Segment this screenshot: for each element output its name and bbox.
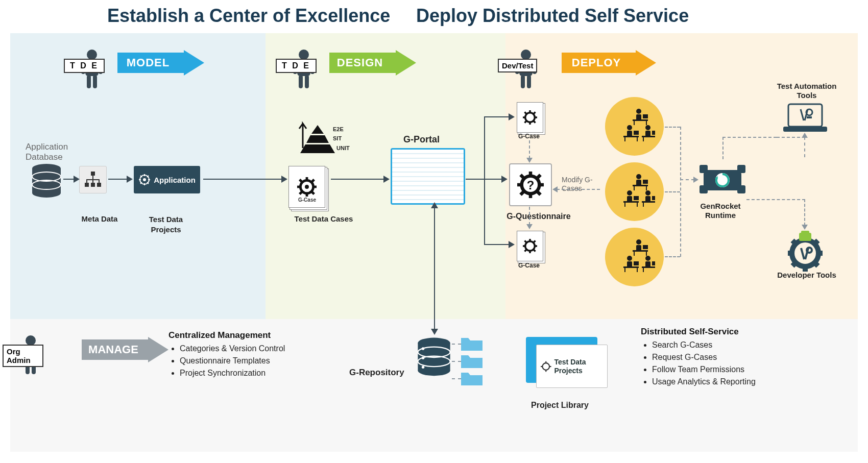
svg-rect-166 <box>801 231 809 234</box>
svg-point-18 <box>26 335 36 346</box>
label-developer-tools: Developer Tools <box>776 271 837 280</box>
label-meta-data: Meta Data <box>74 214 125 223</box>
svg-line-162 <box>814 262 818 266</box>
svg-marker-47 <box>311 125 324 134</box>
centralized-management-block: Centralized Management Categories & Vers… <box>168 330 327 379</box>
svg-point-121 <box>645 190 650 196</box>
stage-arrow-design: DESIGN <box>329 50 416 76</box>
svg-line-80 <box>525 250 527 252</box>
svg-rect-147 <box>737 165 745 173</box>
svg-rect-93 <box>633 119 648 121</box>
role-tag-tde: T D E <box>276 59 317 73</box>
svg-point-109 <box>636 174 641 179</box>
svg-point-103 <box>645 125 650 130</box>
svg-rect-129 <box>633 250 648 252</box>
test-pyramid-icon: E2E SIT UNIT <box>286 117 352 160</box>
self-service-item: Usage Analytics & Reporting <box>652 376 819 388</box>
team-desks-icon <box>614 238 655 279</box>
database-icon <box>31 163 62 201</box>
stage-label-model: MODEL <box>127 56 170 69</box>
svg-rect-149 <box>737 185 745 193</box>
svg-rect-119 <box>637 203 638 207</box>
svg-rect-10 <box>299 75 303 88</box>
genrocket-runtime-icon <box>700 161 745 200</box>
mgmt-item: Categories & Version Control <box>180 343 327 355</box>
title-establish-coe: Establish a Center of Excellence <box>107 5 390 27</box>
stage-label-design: DESIGN <box>337 56 383 69</box>
svg-line-68 <box>525 112 527 114</box>
svg-rect-33 <box>91 172 95 176</box>
title-deploy-self-service: Deploy Distributed Self Service <box>416 5 689 27</box>
svg-point-127 <box>636 239 641 245</box>
svg-rect-17 <box>527 75 531 88</box>
svg-rect-136 <box>624 268 625 272</box>
role-tag-tde: T D E <box>64 59 105 73</box>
svg-rect-94 <box>634 121 635 125</box>
label-test-automation-tools: Test Automation Tools <box>771 82 842 100</box>
svg-point-91 <box>636 109 641 114</box>
svg-point-176 <box>542 363 549 370</box>
svg-line-89 <box>521 191 524 195</box>
mgmt-item: Questionnaire Templates <box>180 355 327 367</box>
svg-rect-132 <box>643 245 648 249</box>
label-g-portal: G-Portal <box>403 134 440 145</box>
svg-point-72 <box>525 241 535 251</box>
team-desks-icon <box>614 107 655 148</box>
label-g-repository: G-Repository <box>349 368 404 378</box>
svg-rect-144 <box>652 261 655 265</box>
svg-point-12 <box>521 50 531 60</box>
team-circle <box>605 97 664 156</box>
label-modify-gcases: Modify G-Cases <box>562 176 597 193</box>
svg-line-70 <box>534 112 536 114</box>
svg-rect-137 <box>637 268 638 272</box>
svg-text:E2E: E2E <box>333 126 344 132</box>
svg-rect-131 <box>646 252 647 256</box>
mgmt-item: Project Synchronization <box>180 367 327 379</box>
project-library-card: Test Data Projects <box>526 337 608 388</box>
gear-icon <box>297 177 317 197</box>
svg-line-161 <box>792 240 796 244</box>
gear-question-icon: ? <box>517 172 544 198</box>
svg-rect-124 <box>643 203 644 207</box>
svg-rect-120 <box>634 196 639 200</box>
self-service-title: Distributed Self-Service <box>641 327 819 337</box>
svg-line-59 <box>312 192 315 194</box>
stage-arrow-deploy: DEPLOY <box>562 50 656 76</box>
svg-point-97 <box>627 125 632 130</box>
stage-arrow-model: MODEL <box>117 50 204 76</box>
svg-rect-118 <box>624 203 625 207</box>
svg-rect-102 <box>634 131 639 135</box>
test-automation-laptop-icon <box>781 102 830 137</box>
g-questionnaire-card: ? <box>509 163 552 206</box>
project-library-card-label: Test Data Projects <box>554 358 604 375</box>
svg-rect-11 <box>305 75 309 88</box>
svg-point-0 <box>87 50 97 60</box>
label-project-library: Project Library <box>531 401 589 410</box>
svg-point-139 <box>645 256 650 261</box>
svg-rect-138 <box>634 261 639 265</box>
application-card: Application <box>134 166 200 193</box>
svg-line-163 <box>814 240 818 244</box>
svg-rect-117 <box>623 201 639 203</box>
self-service-item: Request G-Cases <box>652 351 819 363</box>
svg-rect-101 <box>637 137 638 141</box>
svg-point-133 <box>627 256 632 261</box>
team-desks-icon <box>614 173 655 213</box>
person-devtest: Dev/Test <box>513 48 539 91</box>
svg-rect-165 <box>799 233 811 241</box>
gear-icon <box>541 360 551 373</box>
svg-point-173 <box>422 347 424 350</box>
svg-line-61 <box>300 192 302 194</box>
svg-line-77 <box>525 241 527 243</box>
diagram-canvas: Establish a Center of Excellence Deploy … <box>0 0 868 463</box>
label-test-data-cases: Test Data Cases <box>283 214 365 223</box>
gear-icon <box>138 174 151 186</box>
role-tag-org-admin: Org Admin <box>3 345 43 367</box>
svg-point-62 <box>305 185 309 189</box>
svg-rect-114 <box>643 180 648 184</box>
svg-point-46 <box>143 178 146 181</box>
svg-line-60 <box>312 180 315 182</box>
gcase-document <box>517 231 543 261</box>
svg-rect-108 <box>652 131 655 135</box>
svg-rect-113 <box>646 186 647 190</box>
